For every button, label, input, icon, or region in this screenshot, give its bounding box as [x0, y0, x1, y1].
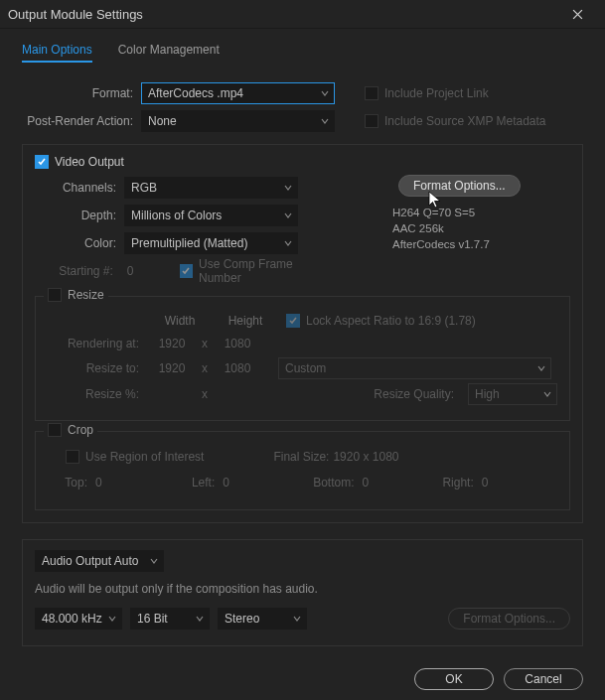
include-project-link-label: Include Project Link — [384, 86, 489, 100]
rendering-width: 1920 — [147, 337, 197, 350]
cancel-button[interactable]: Cancel — [504, 668, 583, 690]
codec-line-3: AfterCodecs v1.7.7 — [392, 236, 570, 252]
audio-channels-value: Stereo — [225, 612, 259, 626]
resize-section: Resize Width Height Lock Aspect Ratio to… — [35, 296, 570, 421]
audio-channels-select[interactable]: Stereo — [218, 608, 307, 630]
chevron-down-icon — [283, 210, 293, 223]
include-xmp-label: Include Source XMP Metadata — [384, 114, 546, 128]
x-label-2: x — [197, 361, 213, 375]
close-button[interactable] — [557, 0, 597, 28]
crop-left-label: Left: — [175, 476, 223, 490]
rendering-height: 1080 — [213, 337, 262, 350]
color-value: Premultiplied (Matted) — [131, 236, 247, 250]
crop-left-value: 0 — [223, 476, 229, 490]
audio-bit-value: 16 Bit — [137, 612, 168, 626]
include-xmp-checkbox[interactable] — [365, 114, 378, 128]
final-size-label: Final Size: — [273, 450, 329, 464]
resize-quality-value: High — [475, 387, 500, 401]
resize-checkbox[interactable] — [48, 288, 62, 302]
channels-select[interactable]: RGB — [124, 177, 298, 199]
chevron-down-icon — [292, 613, 302, 627]
crop-right-value: 0 — [482, 476, 489, 490]
audio-rate-select[interactable]: 48.000 kHz — [35, 608, 122, 630]
include-project-link-checkbox[interactable] — [365, 86, 378, 100]
x-label-3: x — [197, 387, 213, 401]
codec-line-2: AAC 256k — [392, 220, 570, 236]
ok-button[interactable]: OK — [414, 668, 494, 690]
use-region-checkbox[interactable] — [66, 450, 79, 464]
crop-bottom-value: 0 — [363, 476, 370, 490]
final-size-value: 1920 x 1080 — [333, 450, 398, 464]
audio-bit-select[interactable]: 16 Bit — [130, 608, 210, 630]
video-output-section: Video Output Channels: RGB Depth: Mil — [22, 144, 583, 523]
resize-width: 1920 — [147, 361, 197, 375]
crop-right-label: Right: — [430, 476, 482, 490]
titlebar: Output Module Settings — [0, 0, 605, 29]
chevron-down-icon — [283, 237, 293, 251]
audio-output-mode-value: Audio Output Auto — [42, 554, 138, 568]
chevron-down-icon — [149, 555, 159, 569]
post-render-action-label: Post-Render Action: — [22, 114, 141, 128]
channels-value: RGB — [131, 181, 157, 195]
lock-aspect-checkbox[interactable] — [286, 314, 300, 328]
crop-section: Crop Use Region of Interest Final Size: … — [35, 431, 570, 510]
resize-quality-label: Resize Quality: — [374, 387, 462, 401]
audio-rate-value: 48.000 kHz — [42, 612, 102, 626]
dialog-footer: OK Cancel — [0, 658, 605, 700]
window-title: Output Module Settings — [8, 7, 557, 22]
format-value: AfterCodecs .mp4 — [148, 86, 243, 100]
resize-height: 1080 — [213, 361, 262, 375]
resize-pct-label: Resize %: — [48, 387, 147, 401]
audio-note: Audio will be output only if the composi… — [35, 582, 570, 596]
crop-bottom-label: Bottom: — [303, 476, 363, 490]
audio-output-section: Audio Output Auto Audio will be output o… — [22, 539, 583, 646]
audio-output-mode-select[interactable]: Audio Output Auto — [35, 550, 164, 572]
output-module-settings-dialog: Output Module Settings Main Options Colo… — [0, 0, 605, 700]
width-header: Width — [155, 314, 205, 328]
format-options-button[interactable]: Format Options... — [398, 175, 521, 197]
depth-label: Depth: — [35, 209, 124, 222]
resize-to-label: Resize to: — [48, 361, 147, 375]
resize-preset-value: Custom — [285, 361, 326, 375]
audio-format-options-button[interactable]: Format Options... — [448, 608, 570, 630]
color-label: Color: — [35, 236, 124, 250]
video-output-label: Video Output — [55, 155, 124, 169]
height-header: Height — [221, 314, 270, 328]
chevron-down-icon — [536, 362, 546, 376]
codec-line-1: H264 Q=70 S=5 — [392, 205, 570, 220]
chevron-down-icon — [320, 87, 330, 101]
tab-main-options[interactable]: Main Options — [22, 43, 92, 63]
use-region-label: Use Region of Interest — [85, 450, 204, 464]
close-icon — [572, 9, 583, 20]
crop-label: Crop — [68, 423, 93, 437]
x-label: x — [197, 337, 213, 350]
lock-aspect-label: Lock Aspect Ratio to 16:9 (1.78) — [306, 314, 476, 328]
resize-quality-select[interactable]: High — [468, 383, 557, 405]
rendering-at-label: Rendering at: — [48, 337, 147, 350]
starting-number-label: Starting #: — [35, 264, 121, 278]
tab-color-management[interactable]: Color Management — [118, 43, 220, 63]
format-label: Format: — [22, 86, 141, 100]
chevron-down-icon — [195, 613, 205, 627]
crop-top-value: 0 — [95, 476, 102, 490]
channels-label: Channels: — [35, 181, 124, 195]
resize-preset-select[interactable]: Custom — [278, 357, 551, 379]
color-select[interactable]: Premultiplied (Matted) — [124, 232, 298, 254]
post-render-action-select[interactable]: None — [141, 110, 335, 132]
tabs: Main Options Color Management — [22, 43, 583, 63]
post-render-action-value: None — [148, 114, 177, 128]
video-output-checkbox[interactable] — [35, 155, 49, 169]
crop-checkbox[interactable] — [48, 423, 62, 437]
crop-top-label: Top: — [48, 476, 95, 490]
chevron-down-icon — [320, 115, 330, 129]
chevron-down-icon — [283, 182, 293, 196]
starting-number-value: 0 — [121, 264, 160, 278]
use-comp-frame-number-label: Use Comp Frame Number — [199, 257, 333, 285]
depth-value: Millions of Colors — [131, 209, 222, 222]
chevron-down-icon — [107, 613, 117, 627]
use-comp-frame-number-checkbox[interactable] — [180, 264, 194, 278]
depth-select[interactable]: Millions of Colors — [124, 205, 298, 226]
resize-label: Resize — [68, 288, 104, 302]
format-select[interactable]: AfterCodecs .mp4 — [141, 82, 335, 104]
chevron-down-icon — [542, 388, 552, 402]
